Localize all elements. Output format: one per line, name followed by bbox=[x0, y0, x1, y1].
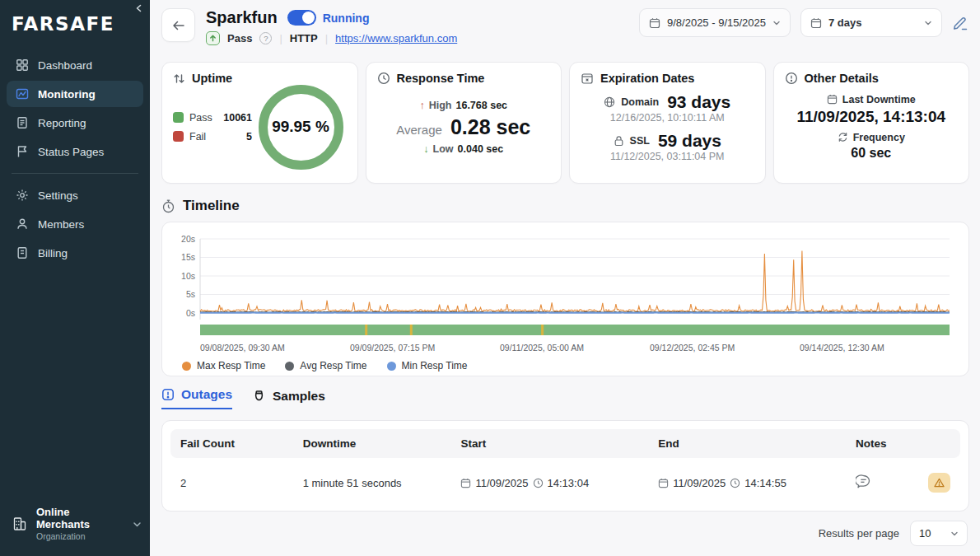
start-time: 14:13:04 bbox=[548, 477, 590, 489]
monitor-url-link[interactable]: https://www.sparkfun.com bbox=[335, 32, 457, 44]
tab-outages[interactable]: Outages bbox=[161, 387, 232, 409]
calendar-icon bbox=[658, 478, 669, 488]
fail-count-cell: 2 bbox=[170, 458, 293, 504]
calendar-icon bbox=[649, 17, 660, 29]
detail-tabs: Outages Samples bbox=[161, 387, 969, 409]
sidebar-divider bbox=[12, 173, 138, 174]
main-content: Sparkfun Running Pass ? | HTTP | https:/… bbox=[150, 0, 980, 556]
svg-text:10s: 10s bbox=[181, 271, 195, 281]
sidebar: FARSAFE DashboardMonitoringReportingStat… bbox=[0, 0, 150, 556]
sidebar-collapse-button[interactable] bbox=[132, 2, 147, 15]
domain-label: Domain bbox=[621, 96, 659, 108]
chevron-left-icon bbox=[135, 4, 143, 12]
table-row[interactable]: 2 1 minute 51 seconds 11/09/2025 14:13:0… bbox=[170, 458, 960, 504]
svg-text:09/08/2025, 09:30 AM: 09/08/2025, 09:30 AM bbox=[200, 343, 285, 353]
svg-text:5s: 5s bbox=[186, 289, 195, 299]
start-date: 11/09/2025 bbox=[475, 477, 528, 489]
results-per-page-select[interactable]: 10 bbox=[910, 521, 968, 546]
outages-table: Fail CountDowntimeStartEndNotes 2 1 minu… bbox=[170, 429, 960, 504]
table-header-start: Start bbox=[450, 429, 648, 458]
table-header-downtime: Downtime bbox=[293, 429, 451, 458]
period-value: 7 days bbox=[828, 16, 861, 29]
sort-arrows-icon[interactable] bbox=[173, 72, 185, 85]
table-header-actions bbox=[917, 429, 960, 458]
svg-text:09/12/2025, 02:45 PM: 09/12/2025, 02:45 PM bbox=[650, 343, 735, 353]
sidebar-item-settings[interactable]: Settings bbox=[7, 182, 143, 208]
uptime-legend-item: Fail5 bbox=[173, 131, 252, 143]
org-selector[interactable]: Online Merchants Organization bbox=[0, 495, 150, 556]
gear-icon bbox=[16, 189, 29, 202]
domain-date: 12/16/2025, 10:10:11 AM bbox=[610, 112, 725, 124]
domain-days: 93 days bbox=[667, 92, 730, 112]
table-header-fail-count: Fail Count bbox=[170, 429, 293, 458]
sidebar-item-status-pages[interactable]: Status Pages bbox=[7, 138, 143, 165]
svg-text:0s: 0s bbox=[186, 308, 195, 318]
tab-outages-label: Outages bbox=[181, 387, 232, 402]
alert-square-icon bbox=[161, 388, 175, 401]
monitor-header: Sparkfun Running Pass ? | HTTP | https:/… bbox=[161, 8, 969, 45]
start-cell: 11/09/2025 14:13:04 bbox=[460, 477, 638, 489]
frequency-value: 60 sec bbox=[851, 146, 891, 161]
report-doc-icon bbox=[16, 116, 29, 129]
arrow-down-icon: ↓ bbox=[423, 143, 428, 155]
edit-monitor-button[interactable] bbox=[952, 14, 969, 31]
warning-triangle-icon bbox=[934, 478, 945, 488]
response-time-card-title: Response Time bbox=[397, 72, 485, 85]
sidebar-item-label: Dashboard bbox=[38, 59, 92, 72]
outage-warning-button[interactable] bbox=[928, 473, 950, 493]
sidebar-item-label: Members bbox=[38, 218, 84, 231]
period-select[interactable]: 7 days bbox=[800, 8, 942, 37]
sidebar-item-label: Monitoring bbox=[38, 88, 96, 100]
last-downtime-value: 11/09/2025, 14:13:04 bbox=[796, 108, 945, 126]
svg-text:20s: 20s bbox=[181, 234, 195, 244]
globe-icon bbox=[604, 96, 615, 108]
uptime-legend-item: Pass10061 bbox=[173, 112, 252, 124]
sidebar-item-monitoring[interactable]: Monitoring bbox=[7, 81, 143, 107]
ssl-date: 11/12/2025, 03:11:04 PM bbox=[610, 151, 725, 162]
clock-icon bbox=[730, 478, 740, 488]
uptime-card-title: Uptime bbox=[192, 72, 232, 85]
date-range-value: 9/8/2025 - 9/15/2025 bbox=[667, 16, 766, 29]
sidebar-item-reporting[interactable]: Reporting bbox=[7, 110, 143, 136]
org-name: Online Merchants bbox=[36, 507, 124, 531]
pagination: Results per page 10 bbox=[161, 521, 969, 546]
svg-text:09/14/2025, 12:30 AM: 09/14/2025, 12:30 AM bbox=[800, 343, 884, 353]
chevron-down-icon bbox=[133, 520, 142, 529]
notes-chat-icon[interactable] bbox=[856, 474, 871, 489]
low-value: 0.040 sec bbox=[458, 143, 504, 155]
person-icon bbox=[16, 217, 29, 231]
running-toggle[interactable] bbox=[287, 10, 316, 26]
outages-table-card: Fail CountDowntimeStartEndNotes 2 1 minu… bbox=[161, 420, 969, 512]
timeline-chart-svg: 0s5s10s15s20s09/08/2025, 09:30 AM09/09/2… bbox=[170, 229, 954, 359]
status-badge: Pass bbox=[227, 32, 252, 44]
help-icon[interactable]: ? bbox=[259, 32, 272, 44]
chevron-down-icon bbox=[772, 19, 781, 27]
sidebar-item-members[interactable]: Members bbox=[7, 211, 143, 237]
legend-min-resp-time: Min Resp Time bbox=[387, 360, 468, 371]
results-per-page-value: 10 bbox=[919, 527, 931, 540]
timeline-chart: 0s5s10s15s20s09/08/2025, 09:30 AM09/09/2… bbox=[170, 229, 960, 359]
running-toggle-label: Running bbox=[323, 12, 370, 25]
protocol-label: HTTP bbox=[290, 32, 318, 44]
other-details-card-title: Other Details bbox=[805, 72, 879, 85]
summary-cards: Uptime Pass10061Fail5 99.95 % Response T… bbox=[161, 62, 969, 184]
legend-max-resp-time: Max Resp Time bbox=[182, 360, 265, 371]
org-type: Organization bbox=[36, 531, 124, 541]
chevron-down-icon bbox=[950, 530, 959, 538]
back-button[interactable] bbox=[161, 8, 195, 42]
ssl-days: 59 days bbox=[658, 131, 721, 151]
sidebar-item-label: Billing bbox=[38, 247, 68, 259]
tab-samples[interactable]: Samples bbox=[252, 389, 325, 409]
calendar-icon bbox=[460, 478, 471, 488]
other-details-card: Other Details Last Downtime 11/09/2025, … bbox=[773, 62, 970, 184]
date-range-picker[interactable]: 9/8/2025 - 9/15/2025 bbox=[639, 8, 791, 37]
building-icon bbox=[12, 516, 28, 532]
brand-logo: FARSAFE bbox=[0, 0, 150, 41]
high-value: 16.768 sec bbox=[455, 100, 507, 111]
sidebar-item-billing[interactable]: Billing bbox=[7, 240, 143, 266]
end-cell: 11/09/2025 14:14:55 bbox=[658, 477, 836, 489]
sidebar-item-dashboard[interactable]: Dashboard bbox=[7, 52, 143, 78]
svg-text:09/11/2025, 05:00 AM: 09/11/2025, 05:00 AM bbox=[500, 343, 584, 353]
samples-pot-icon bbox=[252, 390, 266, 403]
tab-samples-label: Samples bbox=[273, 389, 325, 404]
